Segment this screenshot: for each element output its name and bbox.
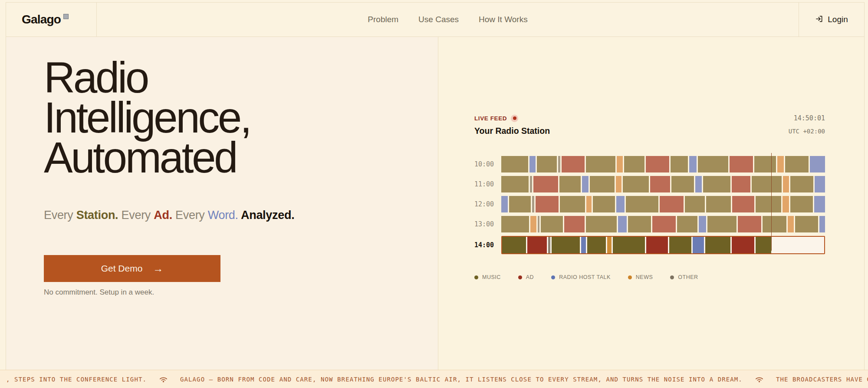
segment-host <box>814 196 825 212</box>
ticker-message: , STEPS INTO THE CONFERENCE LIGHT. <box>6 376 147 383</box>
segment-other <box>532 196 534 212</box>
legend-item-music: MUSIC <box>474 274 501 280</box>
timeline-row-label: 10:00 <box>474 160 501 168</box>
segment-ad <box>536 196 559 212</box>
legend-item-ad: AD <box>518 274 534 280</box>
live-feed-section: LIVE FEED 14:50:01 Your Radio Station UT… <box>438 37 864 370</box>
segment-music <box>705 237 731 253</box>
segment-music <box>613 237 645 253</box>
live-feed-badge: LIVE FEED <box>474 115 518 122</box>
header: Galago ProblemUse CasesHow It Works Logi… <box>6 3 864 37</box>
segment-ad <box>533 176 558 192</box>
timeline-row-label: 14:00 <box>474 241 501 249</box>
segment-music <box>559 176 581 192</box>
timeline-row-bars <box>501 236 825 254</box>
segment-music <box>590 176 615 192</box>
segment-music <box>501 156 528 172</box>
live-dot-icon <box>511 115 518 122</box>
legend-label: MUSIC <box>482 274 501 280</box>
segment-ad <box>732 196 754 212</box>
segment-music <box>501 216 529 232</box>
segment-music <box>707 216 736 232</box>
segment-ad <box>738 216 761 232</box>
ticker-track: , STEPS INTO THE CONFERENCE LIGHT. GALAG… <box>0 375 868 383</box>
segment-music <box>756 196 781 212</box>
segment-empty <box>773 237 824 253</box>
segment-ad <box>562 156 585 172</box>
segment-host <box>582 176 589 192</box>
segment-ad <box>732 176 750 192</box>
segment-music <box>671 156 688 172</box>
segment-music <box>706 196 731 212</box>
main-nav: ProblemUse CasesHow It Works <box>97 3 799 36</box>
segment-music <box>623 176 649 192</box>
segment-music <box>537 156 557 172</box>
segment-music <box>685 196 705 212</box>
nav-item-use-cases[interactable]: Use Cases <box>418 15 459 24</box>
timeline-row-1200: 12:00 <box>474 196 825 212</box>
legend-dot-icon <box>628 275 632 279</box>
legend-dot-icon <box>551 275 555 279</box>
get-demo-label: Get Demo <box>101 263 143 274</box>
segment-music <box>703 176 730 192</box>
cta-note: No commitment. Setup in a week. <box>44 288 438 297</box>
segment-host <box>616 196 625 212</box>
segment-music <box>501 176 529 192</box>
segment-host <box>810 156 825 172</box>
segment-other <box>558 156 560 172</box>
login-button[interactable]: Login <box>799 3 864 36</box>
segment-music <box>790 196 813 212</box>
timeline-chart: 10:0011:0012:0013:0014:00 <box>474 156 825 254</box>
segment-host <box>689 156 697 172</box>
ticker-message: THE BROADCASTERS HAVE GATHERED IN RIGA <box>776 376 868 383</box>
radio-waves-icon <box>754 375 764 383</box>
segment-music <box>552 237 580 253</box>
tagline-segment-muted: Every <box>172 209 208 222</box>
news-ticker: , STEPS INTO THE CONFERENCE LIGHT. GALAG… <box>0 370 868 388</box>
arrow-right-icon: → <box>153 263 163 274</box>
hero-tagline: Every Station. Every Ad. Every Word. Ana… <box>44 209 438 222</box>
segment-host <box>501 196 508 212</box>
title-line-1: Radio <box>44 57 438 97</box>
segment-news <box>530 216 536 232</box>
segment-music <box>502 237 526 253</box>
page-frame: Galago ProblemUse CasesHow It Works Logi… <box>6 2 865 370</box>
legend-dot-icon <box>474 275 478 279</box>
nav-item-problem[interactable]: Problem <box>368 15 398 24</box>
segment-music <box>624 156 644 172</box>
segment-music <box>509 196 531 212</box>
segment-music <box>795 216 818 232</box>
legend-item-news: NEWS <box>628 274 653 280</box>
title-line-3: Automated <box>44 137 438 177</box>
segment-news <box>607 237 612 253</box>
login-label: Login <box>828 15 848 24</box>
timeline-row-label: 13:00 <box>474 220 501 228</box>
hero-section: Radio Intelligence, Automated Every Stat… <box>6 37 438 370</box>
segment-music <box>586 216 617 232</box>
timezone-label: UTC +02:00 <box>789 128 825 135</box>
tagline-segment-analyzed: Analyzed. <box>238 209 295 222</box>
segment-music <box>785 156 809 172</box>
tagline-segment-muted: Every <box>118 209 154 222</box>
brand-logo[interactable]: Galago <box>6 3 97 36</box>
radio-waves-icon <box>158 375 168 383</box>
segment-music <box>626 196 658 212</box>
segment-ad <box>646 156 669 172</box>
timeline-row-bars <box>501 196 825 212</box>
segment-ad <box>660 196 684 212</box>
station-header: Your Radio Station UTC +02:00 <box>474 126 825 136</box>
nav-item-how-it-works[interactable]: How It Works <box>479 15 528 24</box>
ticker-message: GALAGO — BORN FROM CODE AND CARE, NOW BR… <box>180 376 743 383</box>
get-demo-button[interactable]: Get Demo → <box>44 255 220 282</box>
legend-label: RADIO HOST TALK <box>559 274 611 280</box>
tagline-segment-ad: Ad. <box>154 209 172 222</box>
segment-news <box>777 156 784 172</box>
segment-music <box>669 237 691 253</box>
tagline-segment-word: Word. <box>208 209 238 222</box>
segment-ad <box>564 216 585 232</box>
legend-label: AD <box>526 274 534 280</box>
segment-ad <box>732 237 754 253</box>
content: Radio Intelligence, Automated Every Stat… <box>6 37 864 370</box>
tagline-segment-muted: Every <box>44 209 76 222</box>
legend-item-radio-host-talk: RADIO HOST TALK <box>551 274 611 280</box>
